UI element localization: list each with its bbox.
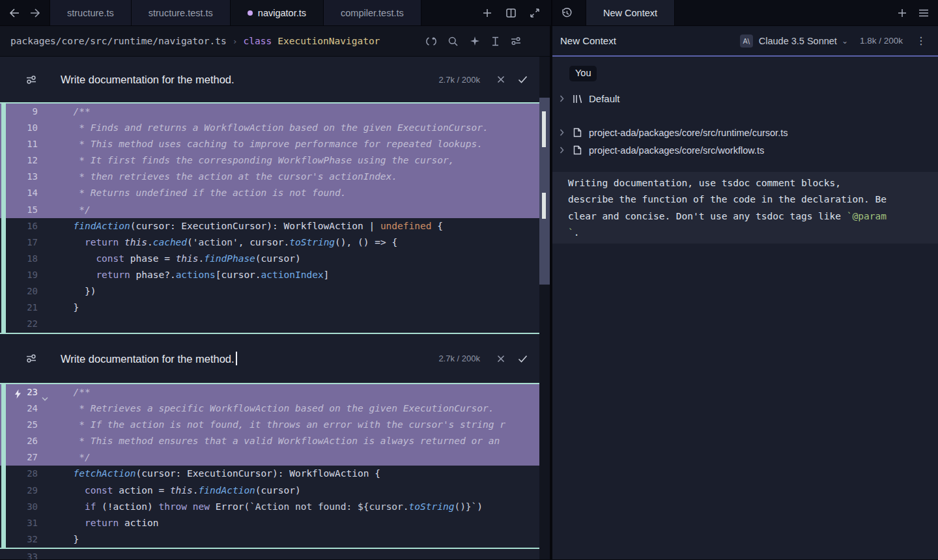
context-row-default[interactable]: Default: [558, 91, 938, 107]
context-row-label: project-ada/packages/core/src/workflow.t…: [589, 145, 764, 156]
code-line[interactable]: 23 /**: [0, 384, 539, 400]
search-icon[interactable]: [448, 36, 458, 46]
split-pane-icon[interactable]: [506, 8, 516, 18]
tab-compiler.test.ts[interactable]: compiler.test.ts: [324, 0, 421, 25]
scrollbar-diff-marker: [542, 193, 546, 219]
tab-label: navigator.ts: [258, 8, 306, 18]
editor-tabs: structure.tsstructure.test.tsnavigator.t…: [50, 0, 421, 25]
code-line[interactable]: 22: [0, 316, 539, 332]
forward-arrow-icon[interactable]: [30, 8, 40, 18]
line-number: 14: [0, 185, 61, 201]
assistant-sparkle-icon[interactable]: [470, 36, 480, 46]
code-text: if (!action) throw new Error(`Action not…: [61, 499, 539, 515]
code-block-1[interactable]: 9 /**10 * Finds and returns a WorkflowAc…: [0, 102, 539, 334]
history-icon[interactable]: [552, 0, 580, 25]
assistant-header-controls: A\ Claude 3.5 Sonnet ⌄ 1.8k / 200k ⋮: [740, 35, 929, 48]
file-icon: [571, 145, 583, 155]
app-window: structure.tsstructure.test.tsnavigator.t…: [0, 0, 938, 560]
transform-icon: [26, 354, 37, 363]
assist-prompt-input[interactable]: Write documentation for the method.: [61, 74, 234, 86]
library-icon: [571, 94, 583, 104]
code-line[interactable]: 13 * then retrieves the action at the cu…: [0, 169, 539, 185]
context-row-file[interactable]: project-ada/packages/core/src/workflow.t…: [558, 142, 938, 158]
line-number: 12: [0, 152, 61, 169]
code-line[interactable]: 9 /**: [0, 104, 539, 120]
breadcrumb-keyword: class: [244, 36, 272, 46]
zoom-pane-icon[interactable]: [530, 8, 539, 18]
code-text: fetchAction(cursor: ExecutionCursor): Wo…: [61, 466, 539, 482]
tab-structure.ts[interactable]: structure.ts: [50, 0, 132, 25]
transform-icon: [26, 75, 37, 85]
code-line[interactable]: 24 * Retrieves a specific WorkflowAction…: [0, 400, 539, 417]
close-icon[interactable]: [497, 76, 505, 83]
context-row-label: Default: [589, 93, 620, 104]
back-arrow-icon[interactable]: [9, 8, 20, 18]
code-line[interactable]: 15 */: [0, 202, 539, 218]
code-line[interactable]: 17 return this.cached('action', cursor.t…: [0, 234, 539, 251]
inline-assist-prompt-2: Write documentation for the method. 2.7k…: [0, 334, 550, 383]
code-line[interactable]: 25 * If the action is not found, it thro…: [0, 417, 539, 433]
context-row-label: project-ada/packages/core/src/runtime/cu…: [589, 128, 788, 138]
code-line[interactable]: 12 * It first finds the corresponding Wo…: [0, 152, 539, 169]
line-number: 25: [0, 417, 61, 433]
code-text: }: [61, 531, 539, 548]
message-editor[interactable]: Writing documentation, use tsdoc comment…: [552, 172, 938, 244]
code-line[interactable]: 18 const phase = this.findPhase(cursor): [0, 251, 539, 267]
code-line[interactable]: 27 */: [0, 449, 539, 466]
tab-structure.test.ts[interactable]: structure.test.ts: [132, 0, 231, 25]
code-line[interactable]: 10 * Finds and returns a WorkflowAction …: [0, 120, 539, 136]
code-line[interactable]: 26 * This method ensures that a valid Wo…: [0, 433, 539, 449]
code-line[interactable]: 30 if (!action) throw new Error(`Action …: [0, 499, 539, 515]
code-text: * If the action is not found, it throws …: [61, 417, 539, 433]
code-line[interactable]: 14 * Returns undefined if the action is …: [0, 185, 539, 201]
breadcrumb-symbol[interactable]: ExecutionNavigator: [277, 36, 380, 46]
confirm-check-icon[interactable]: [518, 355, 528, 363]
line-number: 13: [0, 169, 61, 185]
line-number: 26: [0, 433, 61, 449]
code-line[interactable]: 29 const action = this.findAction(cursor…: [0, 483, 539, 499]
assist-prompt-input[interactable]: Write documentation for the method.: [61, 352, 237, 365]
code-block-2[interactable]: 23 /**24 * Retrieves a specific Workflow…: [0, 383, 539, 549]
code-line[interactable]: 33: [0, 549, 550, 559]
code-line[interactable]: 16 findAction(cursor: ExecutionCursor): …: [0, 218, 539, 234]
nav-history-buttons: [0, 0, 50, 25]
code-text: */: [61, 202, 539, 218]
breadcrumb-path[interactable]: packages/core/src/runtime/navigator.ts: [10, 36, 227, 46]
code-line[interactable]: 20 }): [0, 283, 539, 300]
code-line[interactable]: 28 fetchAction(cursor: ExecutionCursor):…: [0, 466, 539, 482]
code-line[interactable]: 32 }: [0, 531, 539, 548]
context-row-file[interactable]: project-ada/packages/core/src/runtime/cu…: [558, 124, 938, 141]
menu-icon[interactable]: [918, 9, 929, 17]
sender-badge[interactable]: You: [569, 66, 597, 81]
chevron-right-icon[interactable]: [558, 95, 565, 102]
editor-scrollbar[interactable]: [539, 57, 550, 559]
chevron-right-icon[interactable]: [558, 129, 565, 136]
chevron-down-icon[interactable]: ⌄: [842, 36, 848, 46]
chevron-right-icon[interactable]: [558, 147, 565, 154]
overflow-menu-icon[interactable]: ⋮: [913, 35, 929, 47]
text-cursor: [236, 352, 237, 365]
editor-overflow[interactable]: 33: [0, 549, 550, 559]
code-line[interactable]: 11 * This method uses caching to improve…: [0, 136, 539, 152]
tab-navigator.ts[interactable]: navigator.ts: [231, 0, 324, 25]
confirm-check-icon[interactable]: [518, 76, 528, 83]
code-line[interactable]: 31 return action: [0, 515, 539, 531]
line-number: 16: [0, 218, 61, 234]
new-context-icon[interactable]: [898, 8, 907, 18]
assist-controls: 2.7k / 200k: [438, 75, 528, 85]
token-count: 2.7k / 200k: [438, 75, 480, 85]
tab-new-context[interactable]: New Context: [586, 0, 675, 25]
code-text: * It first finds the corresponding Workf…: [61, 152, 539, 169]
inline-assist-cursor-icon[interactable]: [492, 36, 499, 46]
code-line[interactable]: 19 return phase?.actions[cursor.actionIn…: [0, 267, 539, 283]
tab-label: New Context: [603, 8, 657, 18]
code-text: }): [61, 283, 539, 300]
new-file-icon[interactable]: [483, 8, 492, 18]
context-title[interactable]: New Context: [560, 35, 616, 46]
model-selector[interactable]: Claude 3.5 Sonnet: [759, 36, 837, 46]
editor-settings-icon[interactable]: [511, 36, 521, 46]
code-line[interactable]: 21 }: [0, 300, 539, 316]
close-icon[interactable]: [497, 355, 505, 363]
sync-icon[interactable]: [426, 36, 436, 46]
scrollbar-diff-marker: [542, 111, 546, 147]
